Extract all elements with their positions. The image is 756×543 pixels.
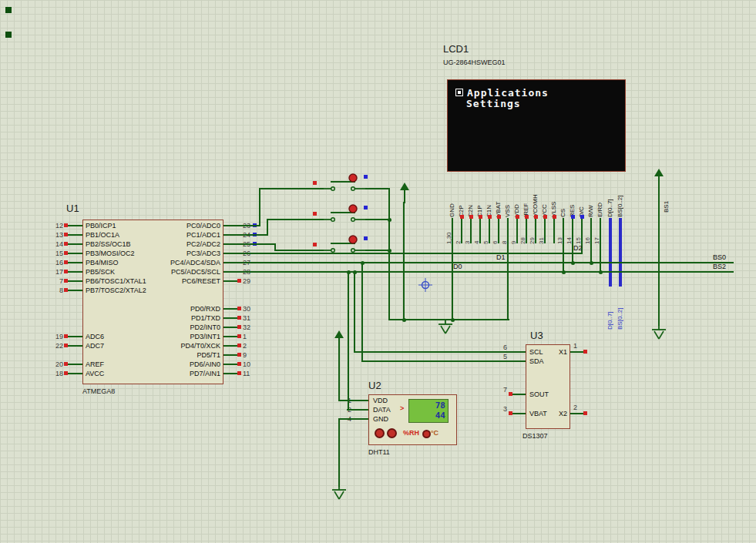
- oled-menu-line-2: Settings: [466, 98, 521, 109]
- pin-name: PC3/ADC3: [137, 250, 220, 257]
- push-button-1[interactable]: [322, 173, 365, 193]
- wire[interactable]: [275, 250, 324, 251]
- pin[interactable]: [223, 271, 239, 273]
- pin-name: AREF: [86, 360, 104, 368]
- wire[interactable]: [365, 219, 390, 220]
- pin[interactable]: [67, 364, 82, 365]
- pin[interactable]: [526, 218, 527, 243]
- pin[interactable]: [223, 234, 239, 236]
- pin-name: VDD: [373, 397, 388, 404]
- pin[interactable]: [223, 262, 239, 263]
- pin[interactable]: [553, 218, 555, 243]
- wire[interactable]: [403, 202, 405, 320]
- ground-symbol[interactable]: [650, 325, 668, 340]
- pin[interactable]: [223, 253, 239, 254]
- pin[interactable]: [223, 354, 239, 356]
- pin[interactable]: [354, 400, 368, 401]
- unconnected-pin-marker: [313, 212, 317, 216]
- bus-d[interactable]: [609, 218, 612, 287]
- schematic-canvas[interactable]: U1 ATMEGA8 12 PB0/ICP1 13 PB1/OC1A 14 PB…: [0, 0, 756, 543]
- pin[interactable]: [67, 225, 82, 226]
- wire[interactable]: [239, 253, 582, 254]
- pin[interactable]: [354, 409, 368, 411]
- wire[interactable]: [274, 243, 276, 251]
- wire[interactable]: [338, 418, 340, 487]
- pin[interactable]: [67, 243, 82, 245]
- pin[interactable]: [461, 218, 462, 243]
- wire[interactable]: [239, 225, 260, 226]
- unconnected-pin-marker: [543, 215, 547, 219]
- pin[interactable]: [572, 218, 573, 263]
- wire[interactable]: [338, 348, 340, 401]
- wire[interactable]: [362, 360, 510, 362]
- pin[interactable]: [510, 351, 526, 353]
- pin[interactable]: [535, 218, 536, 243]
- pin[interactable]: [223, 373, 239, 374]
- wire[interactable]: [365, 188, 390, 189]
- wire[interactable]: [259, 188, 260, 226]
- pin[interactable]: [600, 218, 601, 273]
- wire[interactable]: [267, 219, 268, 236]
- pin[interactable]: [67, 373, 82, 374]
- unconnected-pin-marker: [64, 251, 68, 255]
- pin-name: PB4/MISO: [86, 259, 119, 266]
- pin[interactable]: [223, 280, 239, 282]
- pin[interactable]: [498, 218, 499, 243]
- pin[interactable]: [510, 360, 526, 362]
- pin[interactable]: [590, 218, 592, 263]
- power-arrow-icon[interactable]: [399, 182, 410, 203]
- bus-bs[interactable]: [619, 218, 622, 287]
- pin[interactable]: [516, 218, 518, 243]
- pin[interactable]: [67, 253, 82, 254]
- pin[interactable]: [67, 271, 82, 273]
- pin[interactable]: [67, 280, 82, 282]
- pin[interactable]: [354, 418, 368, 420]
- wire[interactable]: [339, 418, 356, 420]
- pin[interactable]: [223, 243, 239, 245]
- wire[interactable]: [354, 271, 355, 353]
- pin[interactable]: [223, 336, 239, 337]
- wire[interactable]: [267, 219, 324, 220]
- pin[interactable]: [223, 364, 239, 365]
- wire[interactable]: [388, 188, 390, 320]
- wire[interactable]: [260, 188, 324, 189]
- wire[interactable]: [361, 262, 363, 362]
- pin[interactable]: [67, 336, 82, 337]
- wire[interactable]: [354, 351, 510, 353]
- pin[interactable]: [67, 234, 82, 236]
- pin[interactable]: [489, 218, 490, 243]
- pin-name: VCOMH: [531, 173, 540, 217]
- pin[interactable]: [563, 218, 564, 273]
- pin[interactable]: [544, 218, 546, 243]
- pin[interactable]: [223, 308, 239, 310]
- pin[interactable]: [67, 262, 82, 263]
- pin-name: PC2/ADC2: [137, 240, 220, 248]
- pin[interactable]: [223, 327, 239, 328]
- pin[interactable]: [507, 218, 509, 320]
- pin[interactable]: [510, 394, 526, 395]
- push-button-2[interactable]: [322, 204, 365, 224]
- power-arrow-icon[interactable]: [654, 168, 664, 189]
- pin[interactable]: [510, 413, 526, 414]
- power-arrow-icon[interactable]: [334, 330, 344, 350]
- pin-name: PD2/INT0: [137, 323, 220, 331]
- junction-dot: [402, 318, 406, 322]
- wire[interactable]: [658, 189, 660, 326]
- unconnected-pin-marker: [64, 279, 68, 283]
- pin-name: E/RD: [596, 173, 605, 217]
- lcd1-ref: LCD1: [443, 44, 469, 55]
- wire[interactable]: [239, 243, 276, 245]
- pin[interactable]: [479, 218, 481, 243]
- wire[interactable]: [239, 234, 268, 236]
- pin[interactable]: [223, 345, 239, 347]
- wire[interactable]: [365, 250, 390, 251]
- ground-symbol[interactable]: [330, 485, 348, 501]
- pin[interactable]: [223, 225, 239, 226]
- ground-symbol[interactable]: [436, 320, 455, 335]
- wire[interactable]: [348, 271, 349, 411]
- pin[interactable]: [223, 317, 239, 319]
- pin[interactable]: [67, 290, 82, 291]
- pin-number: 29: [243, 277, 250, 285]
- pin[interactable]: [67, 345, 82, 347]
- pin[interactable]: [470, 218, 472, 243]
